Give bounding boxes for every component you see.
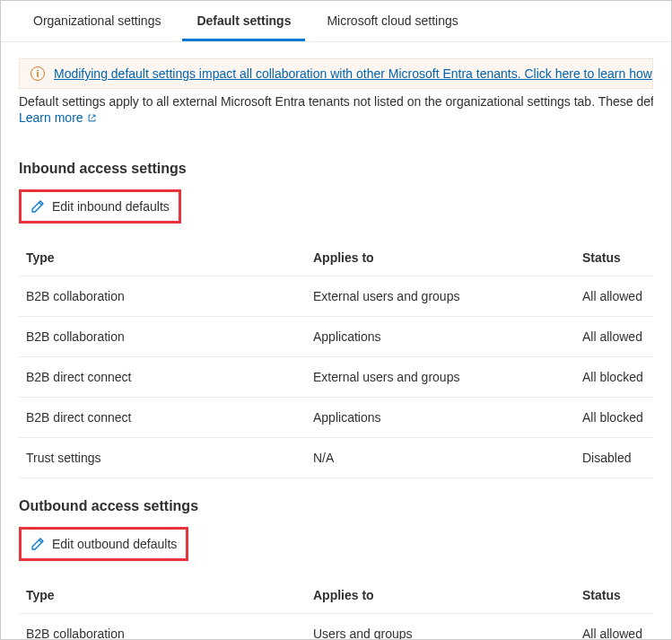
cell-status: All blocked (582, 410, 646, 425)
col-applies-header[interactable]: Applies to (313, 250, 582, 265)
edit-inbound-label: Edit inbound defaults (52, 199, 170, 214)
cell-type: B2B direct connect (26, 370, 313, 384)
edit-outbound-button[interactable]: Edit outbound defaults (22, 530, 186, 558)
cell-applies: External users and groups (313, 370, 582, 384)
highlight-outbound: Edit outbound defaults (19, 527, 188, 561)
outbound-header-row: Type Applies to Status (19, 577, 653, 614)
cell-type: B2B collaboration (26, 289, 313, 303)
outbound-table: Type Applies to Status B2B collaboration… (19, 577, 653, 640)
col-applies-header[interactable]: Applies to (313, 588, 582, 602)
info-icon: i (31, 66, 45, 81)
cell-applies: Applications (313, 410, 582, 425)
col-status-header[interactable]: Status (582, 588, 646, 602)
inbound-title: Inbound access settings (19, 161, 653, 177)
tab-cloud[interactable]: Microsoft cloud settings (312, 1, 472, 41)
edit-inbound-button[interactable]: Edit inbound defaults (22, 192, 179, 221)
cell-type: B2B direct connect (26, 410, 313, 425)
table-row: B2B collaboration External users and gro… (19, 276, 653, 317)
cell-status: All blocked (582, 370, 646, 384)
inbound-table: Type Applies to Status B2B collaboration… (19, 240, 653, 478)
banner-link[interactable]: Modifying default settings impact all co… (54, 66, 653, 81)
cell-status: All allowed (582, 627, 646, 640)
inbound-header-row: Type Applies to Status (19, 240, 653, 276)
cell-status: Disabled (582, 451, 646, 465)
col-type-header[interactable]: Type (26, 588, 313, 602)
content-area: i Modifying default settings impact all … (1, 42, 671, 640)
cell-applies: Applications (313, 329, 582, 344)
highlight-inbound: Edit inbound defaults (19, 189, 181, 224)
tab-organizational[interactable]: Organizational settings (19, 1, 175, 41)
table-row: Trust settings N/A Disabled (19, 438, 653, 478)
cell-status: All allowed (582, 329, 646, 344)
cell-type: B2B collaboration (26, 627, 313, 640)
cell-type: Trust settings (26, 451, 313, 465)
tabs-bar: Organizational settings Default settings… (1, 1, 671, 42)
learn-more-label: Learn more (19, 110, 83, 125)
cell-applies: Users and groups (313, 627, 582, 640)
cell-status: All allowed (582, 289, 646, 303)
page-root: Organizational settings Default settings… (1, 1, 671, 640)
external-link-icon (87, 113, 97, 123)
table-row: B2B collaboration Applications All allow… (19, 317, 653, 357)
learn-more-link[interactable]: Learn more (19, 110, 97, 125)
description-text: Default settings apply to all external M… (19, 94, 653, 109)
col-status-header[interactable]: Status (582, 250, 646, 265)
info-banner: i Modifying default settings impact all … (19, 58, 653, 89)
pencil-icon (31, 537, 45, 551)
cell-type: B2B collaboration (26, 329, 313, 344)
table-row: B2B direct connect External users and gr… (19, 357, 653, 398)
cell-applies: N/A (313, 451, 582, 465)
cell-applies: External users and groups (313, 289, 582, 303)
pencil-icon (31, 199, 45, 214)
edit-outbound-label: Edit outbound defaults (52, 537, 177, 551)
outbound-title: Outbound access settings (19, 498, 653, 514)
col-type-header[interactable]: Type (26, 250, 313, 265)
table-row: B2B collaboration Users and groups All a… (19, 614, 653, 640)
tab-default[interactable]: Default settings (182, 1, 305, 41)
table-row: B2B direct connect Applications All bloc… (19, 398, 653, 438)
